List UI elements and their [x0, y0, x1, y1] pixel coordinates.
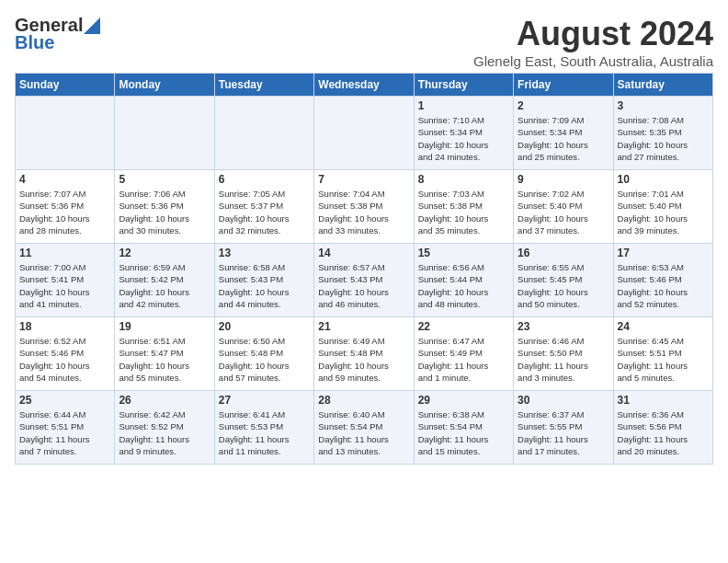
calendar-cell: 26Sunrise: 6:42 AM Sunset: 5:52 PM Dayli… — [115, 391, 214, 465]
day-number: 12 — [119, 247, 210, 259]
day-info: Sunrise: 6:59 AM Sunset: 5:42 PM Dayligh… — [119, 262, 189, 309]
calendar-cell: 1Sunrise: 7:10 AM Sunset: 5:34 PM Daylig… — [414, 97, 513, 170]
calendar-week-2: 4Sunrise: 7:07 AM Sunset: 5:36 PM Daylig… — [16, 170, 713, 244]
day-number: 14 — [318, 247, 409, 259]
calendar-cell — [16, 97, 115, 170]
calendar-cell: 11Sunrise: 7:00 AM Sunset: 5:41 PM Dayli… — [16, 244, 115, 317]
day-info: Sunrise: 7:04 AM Sunset: 5:38 PM Dayligh… — [318, 189, 389, 236]
day-info: Sunrise: 7:10 AM Sunset: 5:34 PM Dayligh… — [418, 115, 489, 162]
day-number: 8 — [418, 173, 509, 186]
calendar-cell: 19Sunrise: 6:51 AM Sunset: 5:47 PM Dayli… — [115, 317, 214, 391]
day-info: Sunrise: 6:50 AM Sunset: 5:48 PM Dayligh… — [219, 336, 290, 383]
calendar-cell: 16Sunrise: 6:55 AM Sunset: 5:45 PM Dayli… — [514, 244, 613, 317]
day-number: 15 — [418, 247, 509, 259]
calendar-cell: 5Sunrise: 7:06 AM Sunset: 5:36 PM Daylig… — [115, 170, 214, 244]
calendar-cell: 14Sunrise: 6:57 AM Sunset: 5:43 PM Dayli… — [314, 244, 414, 317]
calendar-cell: 21Sunrise: 6:49 AM Sunset: 5:48 PM Dayli… — [314, 317, 414, 391]
day-number: 25 — [19, 394, 110, 407]
day-number: 22 — [418, 320, 509, 333]
day-number: 13 — [219, 247, 310, 259]
calendar-cell: 23Sunrise: 6:46 AM Sunset: 5:50 PM Dayli… — [514, 317, 613, 391]
day-number: 27 — [219, 394, 310, 407]
weekday-header-thursday: Thursday — [414, 74, 513, 97]
day-number: 20 — [219, 320, 310, 333]
calendar-cell: 30Sunrise: 6:37 AM Sunset: 5:55 PM Dayli… — [514, 391, 613, 465]
day-info: Sunrise: 6:37 AM Sunset: 5:55 PM Dayligh… — [518, 409, 588, 456]
calendar-cell: 29Sunrise: 6:38 AM Sunset: 5:54 PM Dayli… — [414, 391, 513, 465]
day-number: 19 — [119, 320, 210, 333]
day-number: 30 — [518, 394, 609, 407]
day-info: Sunrise: 7:07 AM Sunset: 5:36 PM Dayligh… — [19, 189, 90, 236]
day-info: Sunrise: 6:55 AM Sunset: 5:45 PM Dayligh… — [518, 262, 588, 309]
calendar-cell: 4Sunrise: 7:07 AM Sunset: 5:36 PM Daylig… — [16, 170, 115, 244]
day-number: 11 — [19, 247, 110, 259]
calendar-week-3: 11Sunrise: 7:00 AM Sunset: 5:41 PM Dayli… — [16, 244, 713, 317]
day-number: 21 — [318, 320, 409, 333]
calendar-cell: 8Sunrise: 7:03 AM Sunset: 5:38 PM Daylig… — [414, 170, 513, 244]
calendar-week-4: 18Sunrise: 6:52 AM Sunset: 5:46 PM Dayli… — [16, 317, 713, 391]
day-info: Sunrise: 6:52 AM Sunset: 5:46 PM Dayligh… — [19, 336, 90, 383]
title-area: August 2024 Glenelg East, South Australi… — [473, 15, 713, 69]
day-info: Sunrise: 6:36 AM Sunset: 5:56 PM Dayligh… — [618, 409, 688, 456]
day-info: Sunrise: 6:56 AM Sunset: 5:44 PM Dayligh… — [418, 262, 489, 309]
calendar-cell — [214, 97, 313, 170]
day-info: Sunrise: 6:46 AM Sunset: 5:50 PM Dayligh… — [518, 336, 588, 383]
calendar-cell: 7Sunrise: 7:04 AM Sunset: 5:38 PM Daylig… — [314, 170, 414, 244]
day-number: 31 — [618, 394, 709, 407]
main-title: August 2024 — [473, 15, 713, 53]
calendar-cell: 9Sunrise: 7:02 AM Sunset: 5:40 PM Daylig… — [514, 170, 613, 244]
logo-blue: Blue — [15, 32, 54, 53]
calendar-cell: 31Sunrise: 6:36 AM Sunset: 5:56 PM Dayli… — [613, 391, 712, 465]
calendar-cell: 27Sunrise: 6:41 AM Sunset: 5:53 PM Dayli… — [214, 391, 313, 465]
calendar-cell: 22Sunrise: 6:47 AM Sunset: 5:49 PM Dayli… — [414, 317, 513, 391]
day-number: 16 — [518, 247, 609, 259]
day-number: 17 — [618, 247, 709, 259]
weekday-header-friday: Friday — [514, 74, 613, 97]
day-info: Sunrise: 7:09 AM Sunset: 5:34 PM Dayligh… — [518, 115, 588, 162]
header: General Blue August 2024 Glenelg East, S… — [15, 15, 713, 69]
day-number: 5 — [119, 173, 210, 186]
calendar-cell: 18Sunrise: 6:52 AM Sunset: 5:46 PM Dayli… — [16, 317, 115, 391]
weekday-header-sunday: Sunday — [16, 74, 115, 97]
calendar-cell — [115, 97, 214, 170]
day-info: Sunrise: 6:38 AM Sunset: 5:54 PM Dayligh… — [418, 409, 489, 456]
calendar-week-5: 25Sunrise: 6:44 AM Sunset: 5:51 PM Dayli… — [16, 391, 713, 465]
weekday-header-tuesday: Tuesday — [214, 74, 313, 97]
day-number: 2 — [518, 99, 609, 112]
weekday-header-monday: Monday — [115, 74, 214, 97]
day-info: Sunrise: 6:45 AM Sunset: 5:51 PM Dayligh… — [618, 336, 688, 383]
day-number: 26 — [119, 394, 210, 407]
day-info: Sunrise: 6:44 AM Sunset: 5:51 PM Dayligh… — [19, 409, 90, 456]
day-number: 9 — [518, 173, 609, 186]
calendar-cell: 3Sunrise: 7:08 AM Sunset: 5:35 PM Daylig… — [613, 97, 712, 170]
day-info: Sunrise: 7:06 AM Sunset: 5:36 PM Dayligh… — [119, 189, 189, 236]
day-info: Sunrise: 6:40 AM Sunset: 5:54 PM Dayligh… — [318, 409, 389, 456]
day-info: Sunrise: 6:51 AM Sunset: 5:47 PM Dayligh… — [119, 336, 189, 383]
day-number: 18 — [19, 320, 110, 333]
svg-marker-0 — [84, 17, 100, 34]
day-info: Sunrise: 6:57 AM Sunset: 5:43 PM Dayligh… — [318, 262, 389, 309]
day-number: 3 — [618, 99, 709, 112]
day-info: Sunrise: 7:00 AM Sunset: 5:41 PM Dayligh… — [19, 262, 90, 309]
weekday-header-row: SundayMondayTuesdayWednesdayThursdayFrid… — [16, 74, 713, 97]
day-number: 24 — [618, 320, 709, 333]
day-number: 1 — [418, 99, 509, 112]
calendar-cell: 17Sunrise: 6:53 AM Sunset: 5:46 PM Dayli… — [613, 244, 712, 317]
calendar-cell — [314, 97, 414, 170]
calendar-cell: 6Sunrise: 7:05 AM Sunset: 5:37 PM Daylig… — [214, 170, 313, 244]
day-info: Sunrise: 6:49 AM Sunset: 5:48 PM Dayligh… — [318, 336, 389, 383]
day-number: 28 — [318, 394, 409, 407]
day-info: Sunrise: 6:41 AM Sunset: 5:53 PM Dayligh… — [219, 409, 290, 456]
day-info: Sunrise: 7:03 AM Sunset: 5:38 PM Dayligh… — [418, 189, 489, 236]
calendar-table: SundayMondayTuesdayWednesdayThursdayFrid… — [15, 73, 713, 465]
calendar-cell: 28Sunrise: 6:40 AM Sunset: 5:54 PM Dayli… — [314, 391, 414, 465]
logo: General Blue — [15, 15, 101, 53]
day-info: Sunrise: 6:58 AM Sunset: 5:43 PM Dayligh… — [219, 262, 290, 309]
day-info: Sunrise: 6:53 AM Sunset: 5:46 PM Dayligh… — [618, 262, 688, 309]
calendar-cell: 24Sunrise: 6:45 AM Sunset: 5:51 PM Dayli… — [613, 317, 712, 391]
calendar-cell: 25Sunrise: 6:44 AM Sunset: 5:51 PM Dayli… — [16, 391, 115, 465]
calendar-cell: 20Sunrise: 6:50 AM Sunset: 5:48 PM Dayli… — [214, 317, 313, 391]
day-info: Sunrise: 7:08 AM Sunset: 5:35 PM Dayligh… — [618, 115, 688, 162]
day-number: 6 — [219, 173, 310, 186]
calendar-cell: 12Sunrise: 6:59 AM Sunset: 5:42 PM Dayli… — [115, 244, 214, 317]
